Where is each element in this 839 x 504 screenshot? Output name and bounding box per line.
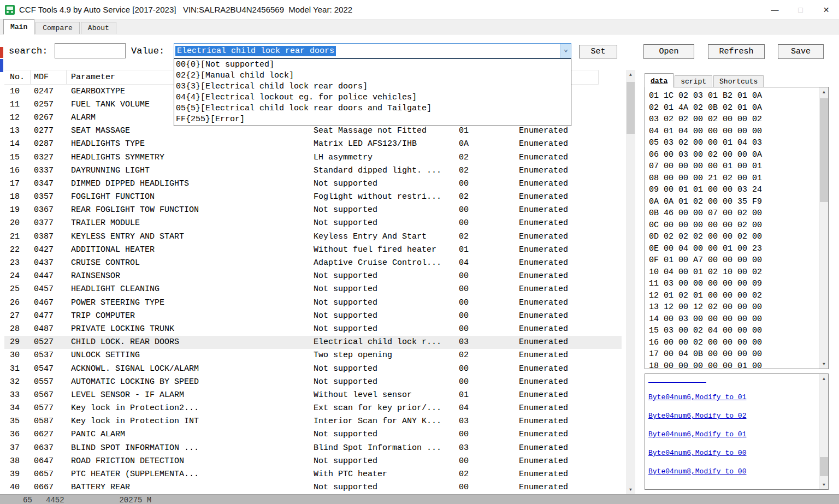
scroll-up-icon[interactable]: ▲ — [819, 87, 829, 97]
cell-parameter: ADDITIONAL HEATER — [67, 243, 213, 256]
cell-value: 02 — [456, 349, 517, 362]
cell-no: 38 — [4, 454, 31, 467]
hex-line: 0E 00 04 00 00 01 00 23 — [649, 243, 762, 255]
log-entry[interactable]: Byte04num8,Modify to 00 — [648, 467, 746, 476]
table-row[interactable]: 170347DIMMED DIPPED HEADLIGHTSNot suppor… — [4, 177, 622, 190]
table-row[interactable]: 320557AUTOMATIC LOCKING BY SPEEDNot supp… — [4, 375, 622, 388]
dropdown-option[interactable]: 00{0}[Not supported] — [174, 60, 571, 70]
scroll-up-icon[interactable]: ▲ — [626, 70, 635, 79]
table-row[interactable]: 220427ADDITIONAL HEATERWithout fuel fire… — [4, 243, 622, 256]
dropdown-option[interactable]: 04{4}[Electrical lockout eg. for police … — [174, 92, 571, 103]
table-row[interactable]: 330567LEVEL SENSOR - IF ALARMWithout lev… — [4, 388, 622, 401]
close-button[interactable]: ✕ — [813, 0, 839, 20]
table-row[interactable]: 350587Key lock in Protection INTInterior… — [4, 415, 622, 428]
table-row[interactable]: 260467POWER STEERING TYPENot supported00… — [4, 296, 622, 309]
cell-type: Enumerated — [517, 230, 599, 243]
table-row[interactable]: 340577Key lock in Protection2...Ext scan… — [4, 402, 622, 415]
cell-no: 11 — [4, 98, 31, 111]
cell-no: 10 — [4, 85, 31, 98]
search-input[interactable] — [55, 43, 126, 58]
window-title: CCF Tools 4.9 by Auto Service [2017-2023… — [19, 5, 352, 14]
chevron-down-icon: ⌄ — [564, 46, 568, 52]
save-button[interactable]: Save — [778, 44, 824, 59]
value-combobox[interactable]: Electrical child lock rear doors ⌄ — [174, 43, 571, 58]
open-button[interactable]: Open — [643, 44, 694, 59]
log-entry[interactable]: Byte04num6,Modify to 01 — [648, 430, 746, 438]
tab-data[interactable]: data — [645, 73, 673, 87]
table-row[interactable]: 230437CRUISE CONTROLAdaptive Cruise Cont… — [4, 256, 622, 269]
hex-line: 0C 00 00 00 00 00 02 00 — [649, 220, 762, 232]
header-no[interactable]: No. — [4, 70, 31, 84]
cell-blank — [213, 204, 312, 217]
scroll-down-icon[interactable]: ▼ — [819, 359, 829, 369]
dropdown-option[interactable]: 03{3}[Electrical child lock rear doors] — [174, 81, 571, 92]
table-scrollbar[interactable]: ▲ ▼ — [626, 70, 635, 494]
log-entry[interactable]: Byte04num6,Modify to 00 — [648, 449, 746, 457]
cell-mdf: 0487 — [31, 322, 67, 335]
table-row[interactable]: 390657PTC HEATER (SUPPLEMENTA...With PTC… — [4, 467, 622, 481]
maximize-button[interactable]: □ — [788, 0, 813, 20]
set-button[interactable]: Set — [579, 45, 617, 58]
cell-blank — [213, 428, 312, 441]
scroll-down-icon[interactable]: ▼ — [819, 480, 829, 489]
table-row[interactable]: 280487PRIVATE LOCKING TRUNKNot supported… — [4, 322, 622, 335]
table-row[interactable]: 160337DAYRUNNING LIGHTStandard dipped li… — [4, 164, 622, 177]
table-row[interactable]: 130277SEAT MASSAGESeat Massage not Fitte… — [4, 124, 622, 138]
cell-blank — [213, 296, 312, 309]
log-scrollbar[interactable]: ▲ ▼ — [819, 374, 828, 489]
cell-description: Ext scan for key prior/... — [312, 402, 456, 415]
cell-type: Enumerated — [517, 362, 599, 375]
log-entry[interactable]: Byte04num6,Modify to 02 — [648, 412, 746, 420]
table-row[interactable]: 180357FOGLIGHT FUNCTIONFoglight without … — [4, 191, 622, 204]
hex-line: 18 00 00 00 00 00 01 00 — [649, 360, 762, 370]
header-mdf[interactable]: MDF — [31, 70, 67, 84]
table-row[interactable]: 190367REAR FOGLIGHT TOW FUNCTIONNot supp… — [4, 204, 622, 217]
cell-parameter: CHILD LOCK. REAR DOORS — [67, 336, 213, 349]
tab-compare[interactable]: Compare — [36, 22, 80, 34]
cell-type: Enumerated — [517, 375, 599, 388]
table-row[interactable]: 370637BLIND SPOT INFORMATION ...Blind Sp… — [4, 441, 622, 454]
table-row[interactable]: 150327HEADLIGHTS SYMMETRYLH asymmetry02E… — [4, 151, 622, 164]
table-row[interactable]: 200377TRAILER MODULENot supported00Enume… — [4, 217, 622, 230]
table-row[interactable]: 380647ROAD FRICTION DETECTIONNot support… — [4, 454, 622, 467]
table-row[interactable]: 210387KEYLESS ENTRY AND STARTKeyless Ent… — [4, 230, 622, 243]
log-entry[interactable]: Byte04num6,Modify to 01 — [648, 393, 746, 401]
tab-main[interactable]: Main — [3, 19, 34, 34]
tab-script[interactable]: script — [675, 75, 712, 87]
cell-blank — [213, 138, 312, 151]
table-row[interactable]: 140287HEADLIGHTS TYPEMatrix LED AFS123/I… — [4, 138, 622, 151]
scroll-up-icon[interactable]: ▲ — [819, 374, 829, 383]
dropdown-option[interactable]: 02{2}[Manual child lock] — [174, 70, 571, 81]
cell-no: 31 — [4, 362, 31, 375]
table-row[interactable]: 250457HEADLIGHT CLEANINGNot supported00E… — [4, 283, 622, 296]
refresh-button[interactable]: Refresh — [708, 44, 765, 59]
hex-scrollbar-thumb[interactable] — [820, 98, 828, 202]
tab-about[interactable]: About — [81, 22, 116, 34]
hex-scrollbar[interactable]: ▲ ▼ — [819, 87, 828, 369]
minimize-button[interactable]: — — [762, 0, 788, 20]
cell-value: 02 — [456, 467, 517, 481]
scroll-down-icon[interactable]: ▼ — [626, 485, 635, 494]
cell-description: Not supported — [312, 481, 456, 494]
cell-no: 14 — [4, 138, 31, 151]
table-row[interactable]: 310547ACKNOWL. SIGNAL LOCK/ALARMNot supp… — [4, 362, 622, 375]
table-row[interactable]: 400667BATTERY REARNot supported00Enumera… — [4, 481, 622, 494]
cell-blank — [213, 388, 312, 401]
table-row[interactable]: 290527CHILD LOCK. REAR DOORSElectrical c… — [4, 336, 622, 349]
table-row[interactable]: 270477TRIP COMPUTERNot supported00Enumer… — [4, 309, 622, 322]
dropdown-option[interactable]: FF{255}[Error] — [174, 114, 571, 125]
combo-dropdown-button[interactable]: ⌄ — [560, 44, 571, 58]
table-scrollbar-thumb[interactable] — [627, 82, 635, 134]
table-row[interactable]: 240447RAINSENSORNot supported00Enumerate… — [4, 270, 622, 283]
cell-mdf: 0427 — [31, 243, 67, 256]
table-row[interactable]: 300537UNLOCK SETTINGTwo step opening02En… — [4, 349, 622, 362]
log-scrollbar-thumb[interactable] — [820, 457, 828, 476]
cell-parameter: BLIND SPOT INFORMATION ... — [67, 441, 213, 454]
cell-type: Enumerated — [517, 191, 599, 204]
tab-shortcuts[interactable]: Shortcuts — [713, 75, 764, 87]
table-row[interactable]: 360627PANIC ALARMNot supported00Enumerat… — [4, 428, 622, 441]
cell-description: Not supported — [312, 309, 456, 322]
cell-mdf: 0267 — [31, 111, 67, 124]
hex-line: 10 04 00 01 02 10 00 02 — [649, 266, 762, 278]
dropdown-option[interactable]: 05{5}[Electrical child lock rear doors a… — [174, 103, 571, 114]
